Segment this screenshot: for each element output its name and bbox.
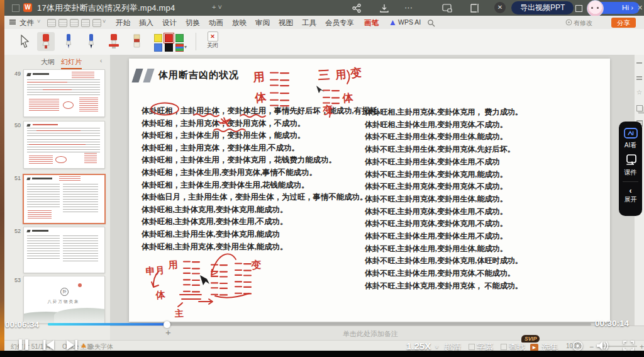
eraser-tool[interactable] — [128, 32, 145, 51]
slide-thumbnail-53[interactable]: 卦 八卦万物类象 — [23, 276, 105, 324]
red-marker-pen-tool[interactable] — [37, 32, 55, 51]
slide-text-line: 体卦临日月，主卦用生体，变卦用生体，为过旺，事情不能成功。 — [142, 191, 385, 204]
assistant-avatar[interactable] — [587, 0, 604, 17]
swatch-caret-icon[interactable]: ▾ — [184, 44, 187, 50]
right-text-column: 体卦旺相,主卦用克体,变卦体克用， 费力成功。体卦旺相,主卦体生用,变卦用克体,… — [365, 106, 523, 293]
slide-thumbnail-49[interactable] — [23, 69, 105, 117]
hamburger-icon[interactable] — [9, 20, 16, 21]
swatch-yellow[interactable] — [154, 34, 162, 42]
tab-review[interactable]: 审阅 — [255, 18, 270, 28]
fullscreen-icon[interactable] — [623, 341, 634, 351]
progress-bar[interactable] — [48, 323, 591, 326]
redo-caret-icon[interactable]: ˅ — [103, 18, 106, 25]
title-dropdown-icon[interactable]: + ˅ — [212, 3, 222, 11]
expand-chevron-icon[interactable]: ‹ — [619, 186, 642, 195]
collapse-panel-icon[interactable]: ‹ — [100, 57, 102, 64]
zoom-out-icon[interactable]: − — [589, 343, 594, 351]
swatch-black[interactable] — [165, 43, 173, 52]
left-text-column: 体卦旺相，主卦用生体，变卦体生用，事情先好后坏，能成功,有损耗。体卦旺相，主卦用… — [142, 105, 385, 253]
select-cursor-tool[interactable] — [16, 32, 33, 51]
courseware-label[interactable]: 课件 — [619, 168, 642, 177]
missing-font-warning[interactable]: 缺失字体 — [88, 343, 113, 351]
tab-transition[interactable]: 切换 — [186, 18, 200, 28]
slide-text-line: 体卦不旺,主卦用克体,变卦体生用,不成功。 — [365, 206, 523, 218]
mini-window-icon[interactable] — [442, 3, 453, 13]
tab-tools[interactable]: 工具 — [302, 18, 316, 28]
tab-member[interactable]: 会员专享 — [325, 18, 354, 28]
tab-design[interactable]: 设计 — [162, 18, 177, 28]
wps-ai-button[interactable]: WPS AI — [398, 18, 421, 26]
courseware-icon[interactable] — [625, 154, 637, 166]
notes-bar[interactable]: + 单击此处添加备注 — [110, 326, 644, 341]
zoom-in-icon[interactable]: + — [640, 343, 644, 351]
playback-speed-button[interactable]: 1.25X — [406, 341, 431, 351]
swatch-red-selected[interactable] — [165, 34, 173, 42]
print-icon[interactable] — [70, 19, 79, 27]
download-icon[interactable] — [379, 3, 389, 13]
titlebar: W 17体用变卦断吉凶情况列举.mp4.mp4 + ˅ ··· ✕ 导出视频PP… — [4, 0, 644, 16]
slide-text-line: 体卦旺相,主卦用生体,变卦体克用,能成功 — [142, 229, 385, 241]
swatch-green[interactable] — [175, 34, 184, 42]
slide-thumbnail-50[interactable] — [23, 121, 105, 169]
slide-thumbnail-51-selected[interactable] — [23, 174, 106, 224]
more-options-icon[interactable]: ··· — [404, 3, 413, 12]
current-slide[interactable]: 体用断吉凶的状况 体卦旺相，主卦用生体，变卦体生用，事情先好后坏，能成功,有损耗… — [129, 59, 610, 322]
close-icon[interactable]: ✕ — [637, 4, 643, 12]
tab-slides-active[interactable]: 幻灯片 — [61, 57, 82, 69]
blue-ink-pen-tool[interactable] — [82, 32, 100, 51]
undo-icon[interactable] — [92, 19, 101, 27]
tab-slideshow[interactable]: 放映 — [232, 18, 247, 28]
file-menu[interactable]: 文件 — [19, 18, 34, 28]
restore-window-icon[interactable] — [575, 5, 582, 12]
slide-text-line: 体卦旺相,主卦用克体,变卦用生体,能成功。 — [142, 241, 385, 254]
speed-caret-icon[interactable]: ˅ — [435, 344, 438, 350]
expand-label[interactable]: 展开 — [619, 195, 642, 204]
previous-button[interactable] — [43, 339, 55, 351]
window-menu-icon[interactable] — [12, 4, 19, 12]
slide-text-line: 体卦旺相,主卦用克体,变卦体克用， 费力成功。 — [365, 106, 523, 119]
tab-view[interactable]: 视图 — [279, 18, 293, 28]
export-video-ppt-button[interactable]: 导出视频PPT — [511, 1, 574, 14]
ai-watch-icon[interactable] — [624, 128, 638, 139]
slide-panel: 大纲 幻灯片 ‹ 49 50 51 — [4, 55, 111, 340]
share-icon[interactable] — [352, 3, 362, 13]
cast-record-icon[interactable] — [572, 341, 583, 351]
title-deco-slash — [143, 69, 154, 82]
title-deco-slash — [131, 69, 143, 82]
overlay-close-icon[interactable]: ✕ — [494, 2, 506, 13]
sidebar-toggle-icon[interactable] — [470, 3, 479, 13]
progress-played — [48, 323, 167, 326]
close-pen-mode-button[interactable]: ✕ 关闭 — [202, 31, 223, 50]
volume-icon[interactable] — [596, 340, 609, 351]
search-icon[interactable] — [427, 19, 435, 27]
swatch-blue[interactable] — [154, 43, 162, 52]
slide-text-line: 体卦旺相，主卦体生用，变卦用生体，能成功。 — [142, 130, 385, 142]
settings-sliders-icon[interactable] — [636, 76, 642, 77]
slide-text-line: 体卦不旺,主卦用生体,变卦体生用,不成功 — [365, 156, 523, 169]
tab-insert[interactable]: 插入 — [139, 18, 153, 28]
minimize-panel-icon[interactable] — [636, 62, 642, 64]
slide-thumbnail-52[interactable] — [23, 227, 105, 273]
thumb-number: 51 — [9, 175, 21, 181]
share-button[interactable]: 分享 — [611, 18, 636, 28]
tab-animation[interactable]: 动画 — [209, 18, 223, 28]
thumb-number: 52 — [9, 228, 21, 234]
editing-canvas: 体用断吉凶的状况 体卦旺相，主卦用生体，变卦体生用，事情先好后坏，能成功,有损耗… — [110, 55, 634, 326]
swatch-more-colors[interactable] — [175, 43, 184, 52]
blue-pen-tool[interactable] — [60, 32, 77, 51]
tab-outline[interactable]: 大纲 — [41, 57, 55, 67]
copy-format-icon[interactable] — [81, 19, 90, 27]
tab-home[interactable]: 开始 — [116, 18, 130, 28]
copy-pages-icon[interactable] — [636, 105, 643, 111]
file-menu-caret-icon[interactable]: ˅ — [37, 18, 40, 25]
star-icon[interactable]: ☆ — [636, 89, 642, 96]
save-icon[interactable] — [47, 19, 56, 27]
add-note-icon[interactable]: + — [165, 327, 171, 337]
red-highlighter-tool[interactable] — [105, 32, 123, 51]
next-button[interactable] — [65, 339, 78, 351]
output-icon[interactable] — [58, 19, 67, 27]
ai-watch-label[interactable]: AI看 — [619, 141, 642, 150]
slide-panel-tabs: 大纲 幻灯片 ‹ — [4, 55, 110, 69]
progress-handle[interactable] — [164, 321, 170, 328]
svip-badge: SVIP — [521, 335, 540, 343]
